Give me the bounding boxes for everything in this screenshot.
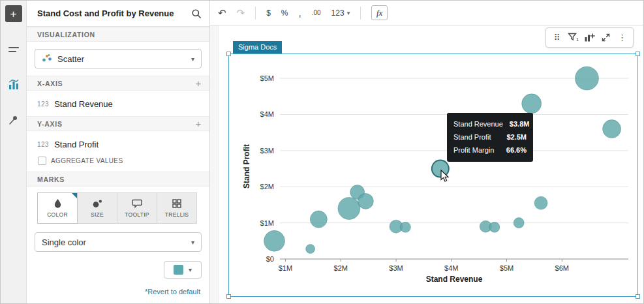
color-swatch-dropdown[interactable]: ▾ [164,261,202,279]
scatter-bubble[interactable] [489,222,500,232]
scatter-bubble[interactable] [522,94,542,114]
resize-handle[interactable] [226,52,231,56]
panel-header: Stand Cost and Profit by Revenue [27,1,209,27]
x-axis-add-button[interactable]: + [196,78,202,89]
y-tick-label: $0 [266,255,274,263]
drag-handle-icon[interactable]: ⠿ [549,30,564,46]
tab-size-label: SIZE [91,211,104,218]
number-type-icon: 123 [37,100,49,108]
x-axis-field[interactable]: 123 Stand Revenue [27,94,209,114]
y-tick-label: $2M [260,183,274,190]
y-axis-field[interactable]: 123 Stand Profit [27,134,209,154]
y-axis-label: Y-AXIS [37,120,63,128]
aggregate-values-row: AGGREGATE VALUES [27,157,209,172]
x-tick-label: $6M [555,264,569,272]
maximize-icon[interactable] [598,30,613,46]
tooltip-row: Stand Revenue $3.8M [453,117,527,130]
left-rail: + [1,1,27,303]
tooltip-label: Stand Profit [453,130,491,144]
color-drop-icon [54,198,62,208]
marks-label: MARKS [37,175,65,183]
toolbar-divider [360,7,361,20]
section-y-axis: Y-AXIS + [27,116,209,131]
comma-format-icon[interactable]: , [299,8,301,18]
y-tick-label: $1M [260,219,274,227]
y-axis-add-button[interactable]: + [196,118,202,129]
revert-to-default-link[interactable]: *Revert to default [27,288,209,296]
x-tick-label: $1M [279,264,292,272]
color-mode-dropdown[interactable]: Single color ▾ [35,232,202,252]
tab-color[interactable]: COLOR [37,192,78,224]
marks-tabs: COLOR SIZE TOOLTIP TRELLIS [27,187,209,224]
number-format-dropdown[interactable]: 123 ▾ [331,8,350,18]
x-axis-label: X-AXIS [37,80,63,87]
config-panel: Stand Cost and Profit by Revenue VISUALI… [27,1,210,303]
tab-trellis[interactable]: TRELLIS [157,192,197,224]
resize-handle[interactable] [226,294,231,299]
add-element-button[interactable]: + [5,5,22,22]
tab-tooltip[interactable]: TOOLTIP [117,192,157,224]
x-axis-title: Stand Revenue [426,275,483,284]
tooltip-label: Profit Margin [453,144,494,157]
trellis-grid-icon [172,199,181,208]
tab-trellis-label: TRELLIS [165,211,189,218]
scatter-bubble[interactable] [603,120,621,138]
scatter-bubble[interactable] [575,67,598,90]
scatter-bubble[interactable] [310,211,327,228]
color-mode-value: Single color [42,237,86,247]
filter-icon[interactable]: 1 [566,30,581,46]
visualization-type-dropdown[interactable]: Scatter ▾ [35,49,202,68]
scatter-bubble[interactable] [306,244,315,253]
canvas-scrollbar-track[interactable] [210,25,219,303]
aggregate-values-checkbox[interactable] [38,157,46,165]
resize-handle[interactable] [636,52,640,56]
percent-format-icon[interactable]: % [281,9,288,17]
y-tick-label: $4M [260,110,274,118]
scatter-bubble[interactable] [400,222,410,232]
selection-badge: Sigma Docs [233,41,282,53]
app-window: + Stand Cost and Profit by Revenue VISUA… [0,0,644,304]
y-tick-label: $5M [260,74,274,82]
scatter-type-icon [42,53,52,65]
add-child-chart-icon[interactable] [582,30,597,46]
resize-handle[interactable] [636,294,640,299]
size-bubbles-icon [92,199,102,208]
formula-button[interactable]: fx [371,5,388,20]
scatter-bubble[interactable] [358,193,373,209]
kebab-menu-icon[interactable]: ⋮ [615,30,630,46]
y-tick-label: $3M [260,147,274,155]
scatter-plot: $0$1M$2M$3M$4M$5M$1M$2M$3M$4M$5M$6M Stan… [229,54,637,296]
chevron-down-icon: ▾ [191,55,194,63]
chevron-down-icon: ▾ [189,266,192,273]
decimal-places-icon[interactable]: .00 [312,10,321,16]
y-axis-title: Stand Profit [242,144,251,189]
scatter-bubble[interactable] [514,218,524,228]
number-type-icon: 123 [37,141,49,148]
scatter-bubble[interactable] [264,230,285,251]
workbook-canvas[interactable]: Sigma Docs ⠿ 1 ⋮ [210,25,643,303]
scatter-bubble[interactable] [534,196,547,209]
x-tick-label: $2M [334,264,348,272]
toolbar-divider [255,7,256,20]
chevron-down-icon: ▾ [191,239,194,246]
section-marks: MARKS [27,172,209,187]
scatter-chart-element[interactable]: $0$1M$2M$3M$4M$5M$1M$2M$3M$4M$5M$6M Stan… [228,53,638,297]
scatter-bubble[interactable] [338,197,360,219]
tab-color-label: COLOR [47,211,68,218]
tab-size[interactable]: SIZE [77,192,117,224]
chevron-down-icon: ▾ [347,10,350,16]
search-icon[interactable] [191,8,202,19]
main-area: ↶ ↷ $ % , .00 123 ▾ fx Sigma Docs ⠿ 1 [210,1,643,303]
redo-icon[interactable]: ↷ [237,8,245,18]
tooltip-row: Profit Margin 66.6% [453,144,527,157]
svg-text:1: 1 [576,37,579,42]
chart-rail-icon[interactable] [6,77,22,93]
tab-tooltip-label: TOOLTIP [125,211,149,218]
currency-format-icon[interactable]: $ [266,9,271,17]
visualization-label: VISUALIZATION [37,31,95,38]
section-visualization: VISUALIZATION [27,27,209,42]
undo-icon[interactable]: ↶ [218,8,226,18]
pin-icon[interactable] [6,112,22,128]
mouse-cursor-icon [440,170,450,183]
pages-icon[interactable] [6,42,22,57]
